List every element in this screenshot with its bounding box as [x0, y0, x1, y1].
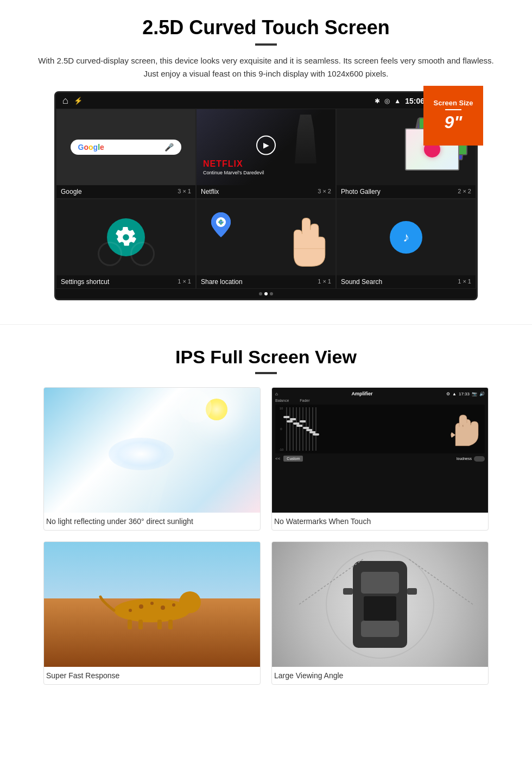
feature-card-angle: Large Viewing Angle	[271, 541, 489, 685]
app-cell-google[interactable]: Google 🎤 Google 3 × 1	[56, 109, 196, 199]
netflix-size: 3 × 2	[318, 188, 331, 195]
amp-label-balance: Balance	[275, 399, 289, 402]
app-cell-share-location[interactable]: G	[196, 199, 336, 289]
netflix-play-button[interactable]: ▶	[256, 135, 276, 155]
home-icon[interactable]: ⌂	[62, 95, 68, 106]
feature-grid: No light reflecting under 360° direct su…	[33, 387, 499, 685]
dot-2[interactable]	[264, 292, 268, 295]
svg-point-6	[179, 390, 212, 423]
svg-point-10	[150, 602, 154, 605]
settings-label: Settings shortcut 1 × 1	[56, 275, 195, 288]
netflix-widget[interactable]: ▶ NETFLIX Continue Marvel's Daredevil	[197, 109, 335, 185]
amplifier-bg: ⌂ Amplifier ⚙ ▲ 17:33 📷 🔊 Balance Fader	[272, 388, 488, 513]
svg-rect-17	[168, 620, 173, 629]
amp-back-icon[interactable]: <<	[275, 456, 280, 461]
share-location-label: Share location 1 × 1	[197, 275, 335, 288]
page-dots	[56, 289, 476, 299]
settings-watermark	[93, 240, 159, 267]
settings-name: Settings shortcut	[61, 278, 109, 286]
bluetooth-icon: ✱	[375, 97, 380, 105]
section1-title: 2.5D Curved Touch Screen	[33, 16, 499, 39]
gallery-label: Photo Gallery 2 × 2	[337, 185, 476, 198]
status-bar: ⌂ ⚡ ✱ ◎ ▲ 15:06 📷 🔊 ✕ ▭	[56, 93, 476, 109]
amp-status-bar: ⌂ Amplifier ⚙ ▲ 17:33 📷 🔊	[275, 391, 485, 396]
car-bg	[272, 542, 488, 667]
app-cell-settings[interactable]: Settings shortcut 1 × 1	[56, 199, 196, 289]
light-rays-svg	[44, 388, 260, 513]
netflix-name: Netflix	[201, 188, 219, 195]
loudness-toggle-row: loudness	[457, 456, 485, 462]
dot-3[interactable]	[270, 292, 273, 295]
google-name: Google	[61, 188, 82, 195]
eq-track-9	[312, 407, 313, 451]
amp-nav: << Custom	[275, 456, 303, 462]
car-top-view	[353, 561, 407, 648]
sunlight-bg	[44, 388, 260, 513]
badge-title: Screen Size	[434, 99, 473, 107]
amp-status-right: ⚙ ▲ 17:33 📷 🔊	[446, 392, 485, 396]
svg-rect-14	[128, 620, 132, 629]
eq-handle-10[interactable]	[313, 433, 319, 436]
badge-size: 9"	[445, 112, 463, 133]
gallery-size: 2 × 2	[458, 188, 471, 195]
custom-button[interactable]: Custom	[283, 456, 303, 462]
google-widget[interactable]: Google 🎤	[56, 109, 195, 185]
eq-track-1	[286, 407, 287, 451]
amp-settings-icon: ⚙	[446, 392, 450, 396]
music-note-icon[interactable]: ♪	[390, 221, 422, 254]
loudness-toggle[interactable]	[474, 456, 485, 462]
dot-1[interactable]	[259, 292, 262, 295]
amp-freq-labels: Balance Fader	[275, 399, 485, 402]
svg-point-12	[129, 609, 132, 612]
google-size: 3 × 1	[178, 188, 191, 195]
amp-home-icon: ⌂	[275, 392, 278, 396]
location-icon: ◎	[384, 97, 390, 105]
cheetah-bg	[44, 542, 260, 667]
amplifier-image: ⌂ Amplifier ⚙ ▲ 17:33 📷 🔊 Balance Fader	[272, 388, 488, 513]
amp-hand-svg	[445, 408, 483, 451]
sunlight-image	[44, 388, 260, 513]
cheetah-svg	[98, 586, 206, 629]
amp-label-fader: Fader	[300, 399, 309, 402]
status-left: ⌂ ⚡	[62, 95, 83, 106]
watermarks-label: No Watermarks When Touch	[272, 513, 488, 530]
screen-size-badge: Screen Size 9"	[423, 86, 483, 146]
google-logo: Google	[78, 143, 104, 152]
amp-cam-icon: 📷	[472, 392, 477, 396]
sunlight-label: No light reflecting under 360° direct su…	[44, 513, 260, 530]
eq-track-5	[299, 407, 300, 451]
section-ips: IPS Full Screen View No light reflecting…	[0, 324, 532, 696]
eq-track-8	[309, 407, 310, 451]
settings-size: 1 × 1	[178, 278, 191, 286]
svg-point-11	[161, 605, 165, 610]
eq-track-2	[289, 407, 290, 451]
share-location-size: 1 × 1	[318, 278, 331, 286]
section1-divider	[255, 43, 277, 46]
car-windshield	[361, 572, 399, 594]
svg-rect-16	[157, 620, 162, 629]
clock: 15:06	[405, 97, 425, 105]
share-location-widget[interactable]: G	[197, 199, 335, 275]
amp-time: 17:33	[459, 392, 470, 396]
eq-track-4	[296, 407, 297, 451]
app-grid-row1: Google 🎤 Google 3 × 1 ▶	[56, 109, 476, 199]
google-search-bar[interactable]: Google 🎤	[71, 140, 182, 155]
mic-icon[interactable]: 🎤	[164, 143, 174, 152]
amp-title: Amplifier	[351, 391, 372, 396]
car-mirror-right	[407, 588, 417, 595]
cheetah-image	[44, 542, 260, 667]
feature-card-speed: Super Fast Response	[43, 541, 261, 685]
app-cell-sound-search[interactable]: ♪ Sound Search 1 × 1	[336, 199, 476, 289]
sound-search-widget[interactable]: ♪	[337, 199, 476, 275]
device-frame: ⌂ ⚡ ✱ ◎ ▲ 15:06 📷 🔊 ✕ ▭	[54, 91, 478, 300]
sound-search-name: Sound Search	[341, 278, 382, 286]
svg-point-13	[172, 603, 175, 607]
svg-point-9	[139, 604, 143, 609]
amp-bottom-controls: << Custom loudness	[275, 456, 485, 462]
svg-text:G: G	[219, 219, 223, 225]
settings-widget[interactable]	[56, 199, 195, 275]
app-cell-netflix[interactable]: ▶ NETFLIX Continue Marvel's Daredevil Ne…	[196, 109, 336, 199]
eq-track-3	[293, 407, 294, 451]
feature-card-sunlight: No light reflecting under 360° direct su…	[43, 387, 261, 531]
wifi-icon: ▲	[394, 97, 401, 105]
